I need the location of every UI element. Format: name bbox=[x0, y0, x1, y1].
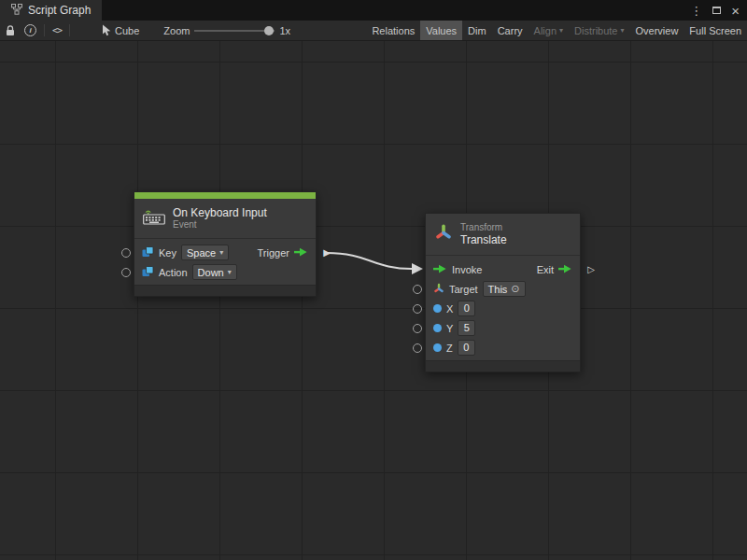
window-maximize-icon[interactable] bbox=[712, 7, 721, 14]
node-header[interactable]: On Keyboard Input Event bbox=[134, 199, 316, 239]
transform-gizmo-icon bbox=[434, 223, 453, 245]
align-button-label: Align bbox=[534, 25, 557, 36]
values-button[interactable]: Values bbox=[420, 21, 462, 40]
port-label-y: Y bbox=[446, 323, 453, 334]
action-dropdown-value: Down bbox=[198, 267, 224, 278]
window-menu-icon[interactable]: ⋮ bbox=[690, 5, 702, 17]
input-port-x[interactable] bbox=[413, 304, 422, 314]
fullscreen-button-label: Full Screen bbox=[689, 25, 741, 36]
target-row: Target This ⊙ bbox=[426, 279, 580, 299]
flow-arrow-icon bbox=[294, 247, 308, 259]
target-object-field[interactable]: This ⊙ bbox=[483, 281, 526, 297]
zoom-label: Zoom bbox=[163, 25, 190, 36]
window-close-icon[interactable]: × bbox=[731, 4, 740, 18]
node-title: On Keyboard Input bbox=[173, 206, 267, 219]
graph-canvas[interactable]: On Keyboard Input Event Key Space ▾ bbox=[0, 41, 747, 560]
node-transform-translate[interactable]: Transform Translate Invoke Exit bbox=[425, 213, 581, 372]
fullscreen-button[interactable]: Full Screen bbox=[684, 21, 747, 40]
distribute-button-label: Distribute bbox=[574, 25, 617, 36]
input-port-key[interactable] bbox=[121, 248, 131, 258]
key-dropdown[interactable]: Space ▾ bbox=[181, 245, 229, 260]
relations-button[interactable]: Relations bbox=[366, 21, 420, 40]
zoom-slider[interactable] bbox=[194, 25, 275, 36]
invoke-row: Invoke Exit ▷ bbox=[426, 259, 580, 279]
z-value-field[interactable]: 0 bbox=[458, 340, 475, 356]
node-body: Invoke Exit ▷ bbox=[426, 256, 580, 360]
toolbar-separator bbox=[69, 24, 70, 36]
port-label-exit: Exit bbox=[537, 264, 554, 275]
node-body: Key Space ▾ Trigger ▶ bbox=[134, 239, 316, 285]
port-label-action: Action bbox=[159, 267, 188, 278]
port-label-target: Target bbox=[449, 284, 478, 295]
enum-type-icon bbox=[142, 246, 154, 259]
node-footer bbox=[426, 360, 580, 371]
chevron-down-icon: ▾ bbox=[228, 269, 232, 276]
input-port-y[interactable] bbox=[413, 324, 422, 333]
chevron-down-icon: ▾ bbox=[219, 249, 223, 257]
toolbar-buttons: Relations Values Dim Carry Align ▾ Distr… bbox=[366, 21, 747, 40]
node-subtitle: Event bbox=[173, 219, 267, 231]
key-dropdown-value: Space bbox=[187, 247, 216, 259]
action-row: Action Down ▾ bbox=[134, 262, 316, 282]
event-accent-bar bbox=[134, 192, 316, 199]
node-on-keyboard-input[interactable]: On Keyboard Input Event Key Space ▾ bbox=[134, 191, 317, 297]
chevron-down-icon: ▾ bbox=[621, 27, 625, 35]
distribute-dropdown-button[interactable]: Distribute ▾ bbox=[569, 21, 629, 40]
x-row: X 0 bbox=[426, 299, 580, 318]
port-label-trigger: Trigger bbox=[258, 247, 289, 259]
toolbar-separator bbox=[44, 24, 45, 36]
port-label-invoke: Invoke bbox=[452, 264, 482, 275]
y-row: Y 5 bbox=[426, 318, 580, 338]
graph-toolbar: i <> Cube Zoom 1x Relations Values Dim C… bbox=[0, 21, 747, 41]
window-controls: ⋮ × bbox=[690, 0, 740, 21]
zoom-value: 1x bbox=[279, 25, 290, 36]
dim-button[interactable]: Dim bbox=[462, 21, 492, 40]
object-picker-icon[interactable]: ⊙ bbox=[511, 284, 519, 294]
y-value-field[interactable]: 5 bbox=[458, 320, 475, 336]
action-dropdown[interactable]: Down ▾ bbox=[192, 264, 237, 280]
carry-button-label: Carry bbox=[498, 25, 523, 36]
output-port-exit[interactable]: ▷ bbox=[587, 265, 595, 274]
z-row: Z 0 bbox=[426, 338, 580, 357]
node-group-label: Transform bbox=[460, 222, 507, 233]
zoom-slider-knob[interactable] bbox=[264, 26, 274, 35]
script-graph-icon bbox=[11, 4, 22, 18]
overview-button[interactable]: Overview bbox=[630, 21, 684, 40]
node-title: Translate bbox=[460, 233, 507, 246]
graph-target-label: Cube bbox=[115, 25, 139, 36]
transform-type-icon bbox=[433, 283, 444, 296]
values-button-label: Values bbox=[426, 25, 457, 36]
lock-icon[interactable] bbox=[6, 24, 15, 36]
chevron-down-icon: ▾ bbox=[559, 27, 563, 35]
overview-button-label: Overview bbox=[636, 25, 679, 36]
port-label-key: Key bbox=[159, 247, 176, 259]
align-dropdown-button[interactable]: Align ▾ bbox=[529, 21, 569, 40]
key-row: Key Space ▾ Trigger ▶ bbox=[134, 243, 316, 262]
cursor-icon bbox=[102, 24, 111, 36]
float-type-icon bbox=[433, 343, 442, 352]
port-label-x: X bbox=[446, 303, 453, 315]
node-header[interactable]: Transform Translate bbox=[426, 214, 580, 256]
tab-bar: Script Graph ⋮ × bbox=[0, 0, 747, 21]
flow-arrow-icon bbox=[558, 264, 572, 275]
dim-button-label: Dim bbox=[468, 25, 486, 36]
carry-button[interactable]: Carry bbox=[492, 21, 529, 40]
zoom-slider-track bbox=[194, 30, 275, 32]
edit-script-icon[interactable]: <> bbox=[52, 25, 62, 35]
enum-type-icon bbox=[142, 266, 154, 279]
tab-script-graph[interactable]: Script Graph bbox=[0, 0, 102, 21]
target-object-value: This bbox=[488, 284, 508, 295]
float-type-icon bbox=[433, 304, 442, 313]
node-footer bbox=[134, 285, 316, 296]
flow-arrow-icon bbox=[433, 264, 447, 275]
tab-title: Script Graph bbox=[28, 4, 91, 17]
connection-wire bbox=[0, 41, 747, 560]
keyboard-icon bbox=[143, 208, 165, 229]
info-icon[interactable]: i bbox=[24, 24, 36, 36]
relations-button-label: Relations bbox=[372, 25, 415, 36]
output-port-trigger[interactable]: ▶ bbox=[323, 248, 331, 258]
input-port-z[interactable] bbox=[413, 343, 422, 353]
x-value-field[interactable]: 0 bbox=[458, 301, 475, 316]
input-port-action[interactable] bbox=[121, 268, 131, 277]
input-port-target[interactable] bbox=[413, 285, 422, 294]
